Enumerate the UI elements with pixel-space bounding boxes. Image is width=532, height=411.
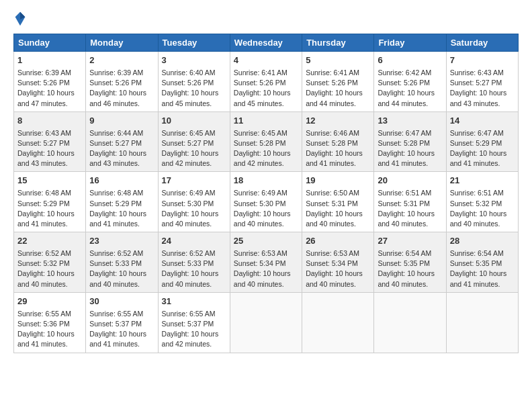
calendar-cell: 21Sunrise: 6:51 AMSunset: 5:32 PMDayligh…	[446, 172, 518, 232]
day-number: 1	[17, 54, 82, 67]
day-number: 24	[162, 235, 226, 248]
calendar-week-1: 1Sunrise: 6:39 AMSunset: 5:26 PMDaylight…	[14, 52, 519, 112]
calendar-cell: 25Sunrise: 6:53 AMSunset: 5:34 PMDayligh…	[230, 232, 302, 293]
day-number: 9	[89, 115, 154, 128]
day-number: 5	[306, 54, 370, 67]
calendar-cell: 29Sunrise: 6:55 AMSunset: 5:36 PMDayligh…	[14, 292, 86, 353]
calendar-cell: 22Sunrise: 6:52 AMSunset: 5:32 PMDayligh…	[14, 232, 86, 293]
calendar-cell	[446, 292, 518, 353]
day-number: 3	[162, 54, 226, 67]
day-number: 11	[234, 115, 298, 128]
calendar-cell: 31Sunrise: 6:55 AMSunset: 5:37 PMDayligh…	[158, 292, 230, 353]
calendar-cell: 14Sunrise: 6:47 AMSunset: 5:29 PMDayligh…	[446, 111, 518, 172]
calendar-cell: 7Sunrise: 6:43 AMSunset: 5:27 PMDaylight…	[446, 52, 518, 112]
day-number: 17	[162, 175, 226, 187]
calendar-cell: 18Sunrise: 6:49 AMSunset: 5:30 PMDayligh…	[230, 172, 302, 232]
day-number: 4	[234, 54, 298, 67]
calendar-week-2: 8Sunrise: 6:43 AMSunset: 5:27 PMDaylight…	[14, 111, 519, 172]
page: SundayMondayTuesdayWednesdayThursdayFrid…	[0, 0, 532, 360]
day-number: 28	[450, 235, 515, 248]
calendar-cell: 3Sunrise: 6:40 AMSunset: 5:26 PMDaylight…	[158, 52, 230, 112]
calendar-cell: 8Sunrise: 6:43 AMSunset: 5:27 PMDaylight…	[14, 111, 86, 172]
day-number: 10	[162, 115, 226, 128]
col-header-friday: Friday	[374, 34, 446, 52]
day-number: 30	[89, 295, 154, 308]
col-header-tuesday: Tuesday	[158, 34, 230, 52]
calendar-cell: 10Sunrise: 6:45 AMSunset: 5:27 PMDayligh…	[158, 111, 230, 172]
calendar-cell: 17Sunrise: 6:49 AMSunset: 5:30 PMDayligh…	[158, 172, 230, 232]
day-number: 23	[89, 235, 154, 248]
col-header-monday: Monday	[86, 34, 158, 52]
calendar-cell: 6Sunrise: 6:42 AMSunset: 5:26 PMDaylight…	[374, 52, 446, 112]
day-number: 15	[17, 175, 82, 187]
day-number: 8	[17, 115, 82, 128]
logo-icon	[13, 11, 27, 27]
day-number: 22	[17, 235, 82, 248]
day-number: 16	[89, 175, 154, 187]
calendar-cell	[374, 292, 446, 353]
calendar-cell: 30Sunrise: 6:55 AMSunset: 5:37 PMDayligh…	[86, 292, 158, 353]
day-number: 19	[306, 175, 370, 187]
calendar-week-3: 15Sunrise: 6:48 AMSunset: 5:29 PMDayligh…	[14, 172, 519, 232]
col-header-saturday: Saturday	[446, 34, 518, 52]
calendar-cell: 5Sunrise: 6:41 AMSunset: 5:26 PMDaylight…	[302, 52, 374, 112]
col-header-sunday: Sunday	[14, 34, 86, 52]
day-number: 26	[306, 235, 370, 248]
day-number: 20	[378, 175, 442, 187]
day-number: 25	[234, 235, 298, 248]
calendar-cell: 27Sunrise: 6:54 AMSunset: 5:35 PMDayligh…	[374, 232, 446, 293]
logo	[13, 11, 30, 27]
calendar-cell: 11Sunrise: 6:45 AMSunset: 5:28 PMDayligh…	[230, 111, 302, 172]
day-number: 6	[378, 54, 442, 67]
col-header-wednesday: Wednesday	[230, 34, 302, 52]
day-number: 18	[234, 175, 298, 187]
calendar-cell: 23Sunrise: 6:52 AMSunset: 5:33 PMDayligh…	[86, 232, 158, 293]
day-number: 14	[450, 115, 515, 128]
day-number: 27	[378, 235, 442, 248]
calendar-cell: 13Sunrise: 6:47 AMSunset: 5:28 PMDayligh…	[374, 111, 446, 172]
calendar-week-4: 22Sunrise: 6:52 AMSunset: 5:32 PMDayligh…	[14, 232, 519, 293]
calendar-cell: 28Sunrise: 6:54 AMSunset: 5:35 PMDayligh…	[446, 232, 518, 293]
calendar-cell: 20Sunrise: 6:51 AMSunset: 5:31 PMDayligh…	[374, 172, 446, 232]
calendar-cell: 4Sunrise: 6:41 AMSunset: 5:26 PMDaylight…	[230, 52, 302, 112]
header-row: SundayMondayTuesdayWednesdayThursdayFrid…	[14, 34, 519, 52]
day-number: 7	[450, 54, 515, 67]
calendar-cell	[230, 292, 302, 353]
day-number: 21	[450, 175, 515, 187]
calendar-cell: 9Sunrise: 6:44 AMSunset: 5:27 PMDaylight…	[86, 111, 158, 172]
calendar-cell: 16Sunrise: 6:48 AMSunset: 5:29 PMDayligh…	[86, 172, 158, 232]
calendar-cell	[302, 292, 374, 353]
calendar-cell: 1Sunrise: 6:39 AMSunset: 5:26 PMDaylight…	[14, 52, 86, 112]
day-number: 29	[17, 295, 82, 308]
calendar-table: SundayMondayTuesdayWednesdayThursdayFrid…	[13, 34, 519, 353]
day-number: 12	[306, 115, 370, 128]
day-number: 2	[89, 54, 154, 67]
calendar-week-5: 29Sunrise: 6:55 AMSunset: 5:36 PMDayligh…	[14, 292, 519, 353]
day-number: 13	[378, 115, 442, 128]
calendar-cell: 15Sunrise: 6:48 AMSunset: 5:29 PMDayligh…	[14, 172, 86, 232]
header	[13, 11, 519, 27]
calendar-cell: 2Sunrise: 6:39 AMSunset: 5:26 PMDaylight…	[86, 52, 158, 112]
col-header-thursday: Thursday	[302, 34, 374, 52]
calendar-cell: 19Sunrise: 6:50 AMSunset: 5:31 PMDayligh…	[302, 172, 374, 232]
calendar-cell: 26Sunrise: 6:53 AMSunset: 5:34 PMDayligh…	[302, 232, 374, 293]
calendar-cell: 24Sunrise: 6:52 AMSunset: 5:33 PMDayligh…	[158, 232, 230, 293]
calendar-cell: 12Sunrise: 6:46 AMSunset: 5:28 PMDayligh…	[302, 111, 374, 172]
day-number: 31	[162, 295, 226, 308]
